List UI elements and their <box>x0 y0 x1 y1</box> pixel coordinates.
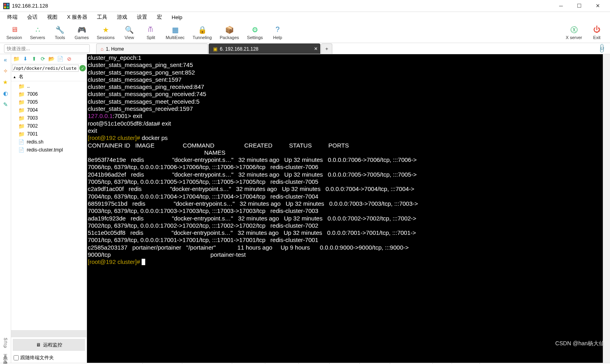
remote-monitor-button[interactable]: 🖥 远程监控 <box>13 339 85 351</box>
toolbar-multiexec[interactable]: ▦MultiExec <box>162 25 189 41</box>
sftp-toolbar: 📁 ⬇ ⬆ ⟳ 📂 📄 ⊘ <box>11 54 87 64</box>
attachment-icon[interactable]: 📎 <box>596 43 608 54</box>
tab-session-active[interactable]: ▣ 6. 192.168.21.128 ✕ <box>209 43 320 54</box>
toolbar-icon-5: 🔍 <box>125 26 134 34</box>
toolbar-icon-11: ? <box>273 26 282 34</box>
toolbar-icon-7: ▦ <box>171 26 180 34</box>
toolbar-help[interactable]: ?Help <box>267 25 288 41</box>
sftp-item-redis.sh[interactable]: 📄redis.sh <box>11 138 87 146</box>
sftp-item-redis-cluster.tmpl[interactable]: 📄redis-cluster.tmpl <box>11 146 87 154</box>
menu-4[interactable]: 工具 <box>93 13 111 22</box>
menu-2[interactable]: 视图 <box>43 13 61 22</box>
toolbar-x-server[interactable]: ⓍX server <box>562 25 586 41</box>
tab-add[interactable]: ＋ <box>321 43 332 54</box>
collapse-icon[interactable]: « <box>4 57 7 63</box>
sftp-upload-icon[interactable]: ⬆ <box>30 55 38 63</box>
terminal-line: [root@192 cluster]# docker ps <box>88 134 602 142</box>
terminal-line: cluster_stats_messages_ping_received:847 <box>88 83 602 91</box>
main-toolbar: 🖥Session∴Servers🔧Tools🎮Games★Sessions🔍Vi… <box>0 22 610 43</box>
sftp-refresh-icon[interactable]: ⟳ <box>39 55 46 63</box>
toolbar-view[interactable]: 🔍View <box>118 25 140 41</box>
strip-icon-4[interactable]: ✎ <box>3 101 8 108</box>
toolbar-settings[interactable]: ⚙Settings <box>243 25 267 41</box>
toolbar-right-icon-1: ⏻ <box>592 26 601 34</box>
minimize-button[interactable]: ─ <box>552 0 570 12</box>
sftp-newfile-icon[interactable]: 📄 <box>57 55 64 63</box>
terminal-line: 9000/tcp portainer-test <box>88 251 602 258</box>
menu-1[interactable]: 会话 <box>23 13 41 22</box>
svg-rect-1 <box>4 4 6 6</box>
sftp-item-7005[interactable]: 📁7005 <box>11 98 87 106</box>
menu-3[interactable]: X 服务器 <box>63 13 91 22</box>
sftp-item-..[interactable]: 📁.. <box>11 82 87 90</box>
sftp-hscroll[interactable] <box>11 330 87 337</box>
toolbar-split[interactable]: ⫚Split <box>140 25 162 41</box>
star-icon[interactable]: ★ <box>3 79 8 85</box>
remote-monitor-label: 远程监控 <box>43 342 62 348</box>
terminal-line: cluster_stats_messages_ping_sent:745 <box>88 61 602 69</box>
maximize-button[interactable]: ☐ <box>570 0 588 12</box>
toolbar-tools[interactable]: 🔧Tools <box>49 25 71 41</box>
sftp-newfolder-icon[interactable]: 📂 <box>48 55 55 63</box>
sftp-header-name: 名 <box>19 73 24 80</box>
toolbar-right-icon-0: Ⓧ <box>570 26 578 34</box>
sftp-folder-icon[interactable]: 📁 <box>13 55 20 63</box>
toolbar-icon-4: ★ <box>101 26 110 34</box>
toolbar-icon-9: 📦 <box>225 26 234 34</box>
quick-connect-input[interactable] <box>4 44 90 53</box>
sftp-item-7004[interactable]: 📁7004 <box>11 106 87 114</box>
path-ok-icon: ✓ <box>79 65 86 71</box>
follow-terminal-label: 跟随终端文件夹 <box>20 354 54 361</box>
tab-close-icon[interactable]: ✕ <box>314 46 318 51</box>
toolbar-exit[interactable]: ⏻Exit <box>586 25 608 41</box>
window-title: 192.168.21.128 <box>12 3 48 9</box>
terminal-line: CONTAINER ID IMAGE COMMAND CREATED STATU… <box>88 142 602 149</box>
follow-terminal-checkbox[interactable] <box>14 355 19 360</box>
terminal-output[interactable]: cluster_my_epoch:1cluster_stats_messages… <box>87 54 603 363</box>
sftp-delete-icon[interactable]: ⊘ <box>65 55 73 63</box>
menubar: 终端会话视图X 服务器工具游戏设置宏Help <box>0 12 610 22</box>
toolbar-games[interactable]: 🎮Games <box>71 25 93 41</box>
toolbar-packages[interactable]: 📦Packages <box>216 25 243 41</box>
folder-icon: 📁 <box>18 123 25 129</box>
toolbar-servers[interactable]: ∴Servers <box>26 25 49 41</box>
terminal-scrollbar[interactable] <box>603 54 610 363</box>
sort-icon: ▴ <box>14 75 16 79</box>
folder-up-icon: 📁 <box>18 83 25 89</box>
menu-8[interactable]: Help <box>168 14 186 21</box>
tab-active-label: 6. 192.168.21.128 <box>220 46 259 52</box>
tab-home[interactable]: ⌂ 1. Home <box>96 43 208 54</box>
left-strip-label: Sftp 工具 宏 会话 <box>2 338 8 359</box>
menu-0[interactable]: 终端 <box>3 13 22 22</box>
svg-rect-3 <box>4 6 6 8</box>
terminal-line: 68591975c1bd redis "docker-entrypoint.s…… <box>88 200 602 207</box>
sftp-download-icon[interactable]: ⬇ <box>22 55 29 63</box>
menu-5[interactable]: 游戏 <box>113 13 131 22</box>
tab-bar: ⌂ 1. Home ▣ 6. 192.168.21.128 ✕ ＋ <box>96 43 333 54</box>
sftp-item-7001[interactable]: 📁7001 <box>11 130 87 138</box>
terminal-line: cluster_my_epoch:1 <box>88 54 602 61</box>
toolbar-sessions[interactable]: ★Sessions <box>93 25 119 41</box>
follow-terminal-row[interactable]: 跟随终端文件夹 <box>11 352 87 363</box>
menu-6[interactable]: 设置 <box>133 13 151 22</box>
toolbar-tunneling[interactable]: 🔒Tunneling <box>189 25 216 41</box>
sftp-path-input[interactable] <box>12 65 79 72</box>
sftp-item-7006[interactable]: 📁7006 <box>11 90 87 98</box>
toolbar-session[interactable]: 🖥Session <box>2 25 26 41</box>
folder-icon: 📁 <box>18 99 25 105</box>
sftp-tree[interactable]: 📁..📁7006📁7005📁7004📁7003📁7002📁7001📄redis.… <box>11 81 87 330</box>
sftp-item-7003[interactable]: 📁7003 <box>11 114 87 122</box>
sftp-header[interactable]: ▴ 名 <box>11 73 87 81</box>
terminal-line: 127.0.0.1:7001> exit <box>88 112 602 120</box>
terminal-line: cluster_stats_messages_pong_sent:852 <box>88 69 602 76</box>
strip-icon-1[interactable]: ✧ <box>3 68 8 74</box>
terminal-line: cluster_stats_messages_meet_received:5 <box>88 98 602 105</box>
menu-7[interactable]: 宏 <box>153 13 166 22</box>
close-button[interactable]: ✕ <box>588 0 607 12</box>
terminal-line: 7006/tcp, 6379/tcp, 0.0.0.0:17006->17006… <box>88 163 602 171</box>
sftp-item-7002[interactable]: 📁7002 <box>11 122 87 130</box>
strip-icon-3[interactable]: ◐ <box>3 90 8 96</box>
terminal-line: 51c1e0c05df8 redis "docker-entrypoint.s…… <box>88 229 602 236</box>
terminal-line: c2585a203137 portainer/portainer "/porta… <box>88 244 602 251</box>
plus-icon: ＋ <box>324 45 329 52</box>
